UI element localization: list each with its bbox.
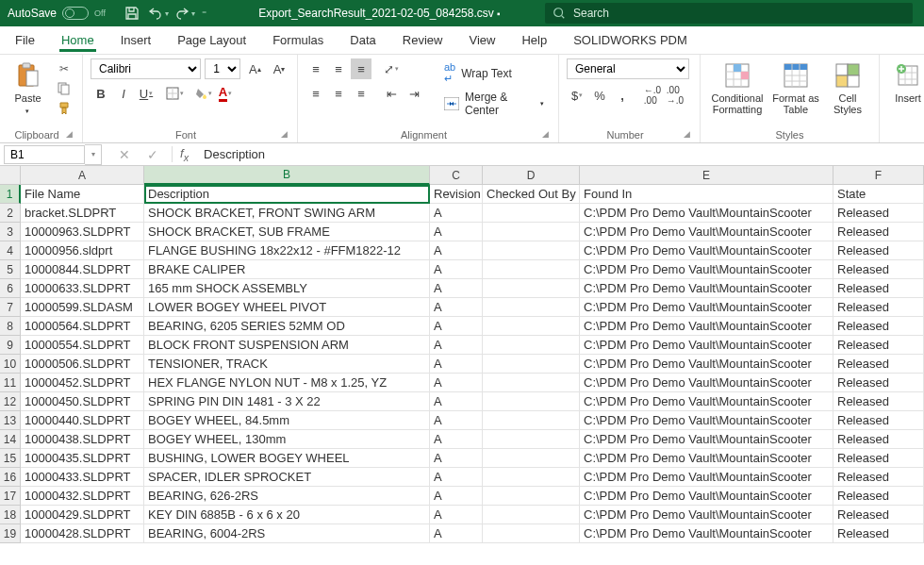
cell-A11[interactable]: 10000452.SLDPRT (21, 374, 144, 392)
enter-formula-icon[interactable]: ✓ (143, 147, 162, 162)
formula-value[interactable]: Description (198, 147, 265, 161)
col-header-C[interactable]: C (430, 166, 483, 185)
menu-file[interactable]: File (13, 29, 37, 51)
number-format-select[interactable]: General (567, 58, 689, 79)
percent-icon[interactable]: % (589, 85, 610, 106)
cell-C2[interactable]: A (430, 204, 483, 223)
row-header-8[interactable]: 8 (0, 317, 21, 336)
cut-icon[interactable]: ✂ (54, 60, 74, 77)
copy-icon[interactable] (54, 80, 74, 97)
row-header-12[interactable]: 12 (0, 392, 21, 411)
col-header-A[interactable]: A (21, 166, 144, 185)
cell-D1[interactable]: Checked Out By (483, 185, 580, 204)
font-size-select[interactable]: 11 (205, 58, 240, 79)
conditional-formatting-button[interactable]: Conditional Formatting (708, 58, 767, 115)
cell-A15[interactable]: 10000435.SLDPRT (21, 449, 144, 468)
cell-C5[interactable]: A (430, 260, 483, 279)
cell-F6[interactable]: Released (833, 279, 924, 298)
col-header-B[interactable]: B (144, 166, 430, 185)
cell-D13[interactable] (483, 411, 580, 430)
cell-F13[interactable]: Released (833, 411, 924, 430)
cell-B10[interactable]: TENSIONER, TRACK (144, 355, 430, 374)
cell-C8[interactable]: A (430, 317, 483, 336)
cell-B17[interactable]: BEARING, 626-2RS (144, 487, 430, 506)
cell-F12[interactable]: Released (833, 392, 924, 411)
select-all-corner[interactable] (0, 166, 21, 185)
row-header-11[interactable]: 11 (0, 374, 21, 392)
cell-B2[interactable]: SHOCK BRACKET, FRONT SWING ARM (144, 204, 430, 223)
cell-C10[interactable]: A (430, 355, 483, 374)
cell-E19[interactable]: C:\PDM Pro Demo Vault\MountainScooter (580, 524, 833, 543)
cell-C4[interactable]: A (430, 241, 483, 260)
italic-button[interactable]: I (113, 83, 134, 104)
format-painter-icon[interactable] (54, 100, 74, 117)
cell-C19[interactable]: A (430, 524, 483, 543)
cell-A12[interactable]: 10000450.SLDPRT (21, 392, 144, 411)
cell-B19[interactable]: BEARING, 6004-2RS (144, 524, 430, 543)
cell-F16[interactable]: Released (833, 468, 924, 487)
row-header-5[interactable]: 5 (0, 260, 21, 279)
cell-E11[interactable]: C:\PDM Pro Demo Vault\MountainScooter (580, 374, 833, 392)
cell-E14[interactable]: C:\PDM Pro Demo Vault\MountainScooter (580, 430, 833, 449)
cell-E12[interactable]: C:\PDM Pro Demo Vault\MountainScooter (580, 392, 833, 411)
cell-C6[interactable]: A (430, 279, 483, 298)
row-header-13[interactable]: 13 (0, 411, 21, 430)
cell-F5[interactable]: Released (833, 260, 924, 279)
decrease-indent-icon[interactable]: ⇤ (381, 83, 402, 104)
number-launcher-icon[interactable]: ◢ (684, 129, 692, 139)
currency-icon[interactable]: $ (567, 85, 587, 106)
cell-E8[interactable]: C:\PDM Pro Demo Vault\MountainScooter (580, 317, 833, 336)
row-header-4[interactable]: 4 (0, 241, 21, 260)
cell-A10[interactable]: 10000506.SLDPRT (21, 355, 144, 374)
fx-icon[interactable]: fx (172, 146, 189, 163)
align-middle-icon[interactable]: ≡ (328, 58, 349, 79)
cell-F2[interactable]: Released (833, 204, 924, 223)
cell-C18[interactable]: A (430, 506, 483, 524)
cell-C11[interactable]: A (430, 374, 483, 392)
alignment-launcher-icon[interactable]: ◢ (542, 129, 551, 139)
clipboard-launcher-icon[interactable]: ◢ (66, 129, 74, 139)
cell-D2[interactable] (483, 204, 580, 223)
format-as-table-button[interactable]: Format as Table (768, 58, 823, 115)
cell-B13[interactable]: BOGEY WHEEL, 84.5mm (144, 411, 430, 430)
borders-icon[interactable] (164, 83, 185, 104)
row-header-16[interactable]: 16 (0, 468, 21, 487)
cell-E10[interactable]: C:\PDM Pro Demo Vault\MountainScooter (580, 355, 833, 374)
name-box[interactable] (4, 145, 85, 164)
cell-E9[interactable]: C:\PDM Pro Demo Vault\MountainScooter (580, 336, 833, 355)
font-name-select[interactable]: Calibri (91, 58, 201, 79)
cell-A6[interactable]: 10000633.SLDPRT (21, 279, 144, 298)
cell-E7[interactable]: C:\PDM Pro Demo Vault\MountainScooter (580, 298, 833, 317)
cell-A7[interactable]: 10000599.SLDASM (21, 298, 144, 317)
cell-F7[interactable]: Released (833, 298, 924, 317)
cell-A8[interactable]: 10000564.SLDPRT (21, 317, 144, 336)
cell-F3[interactable]: Released (833, 223, 924, 241)
cell-D15[interactable] (483, 449, 580, 468)
cell-F15[interactable]: Released (833, 449, 924, 468)
decrease-decimal-icon[interactable]: .00→.0 (665, 85, 685, 106)
cell-F17[interactable]: Released (833, 487, 924, 506)
paste-button[interactable]: Paste▾ (8, 58, 48, 117)
cell-E16[interactable]: C:\PDM Pro Demo Vault\MountainScooter (580, 468, 833, 487)
search-input[interactable] (573, 7, 905, 20)
decrease-font-icon[interactable]: A▾ (269, 58, 289, 79)
cell-F4[interactable]: Released (833, 241, 924, 260)
increase-decimal-icon[interactable]: ←.0.00 (642, 85, 663, 106)
cell-B3[interactable]: SHOCK BRACKET, SUB FRAME (144, 223, 430, 241)
menu-review[interactable]: Review (401, 29, 445, 51)
increase-indent-icon[interactable]: ⇥ (404, 83, 424, 104)
cell-B8[interactable]: BEARING, 6205 SERIES 52MM OD (144, 317, 430, 336)
row-header-1[interactable]: 1 (0, 185, 21, 204)
col-header-D[interactable]: D (483, 166, 580, 185)
menu-view[interactable]: View (467, 29, 497, 51)
tell-me-search[interactable] (545, 3, 913, 24)
cell-A9[interactable]: 10000554.SLDPRT (21, 336, 144, 355)
qat-customize-icon[interactable]: ⁼ (202, 8, 206, 19)
menu-formulas[interactable]: Formulas (271, 29, 325, 51)
cell-A3[interactable]: 10000963.SLDPRT (21, 223, 144, 241)
menu-home[interactable]: Home (59, 29, 96, 52)
underline-button[interactable]: U (136, 83, 157, 104)
cell-D18[interactable] (483, 506, 580, 524)
cell-C7[interactable]: A (430, 298, 483, 317)
cell-D4[interactable] (483, 241, 580, 260)
